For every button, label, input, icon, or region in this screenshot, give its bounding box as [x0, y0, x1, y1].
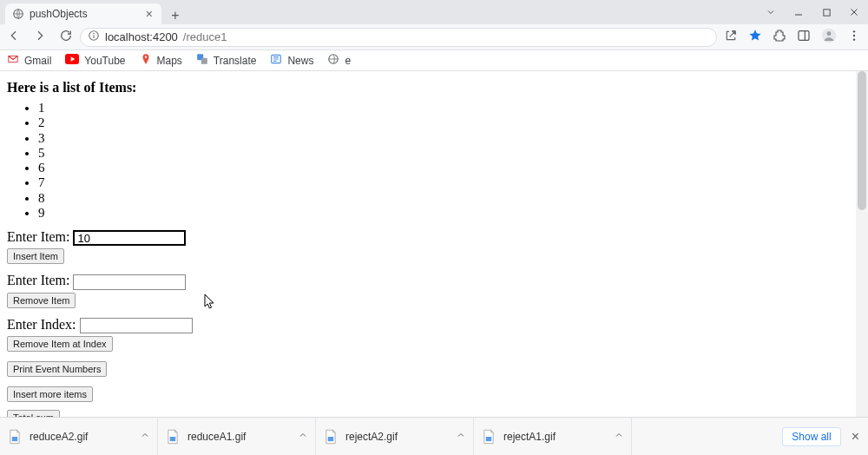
viewport: Here is a list of Items: 1 2 3 5 6 7 8 9… — [0, 71, 868, 417]
file-icon — [481, 429, 496, 445]
bookmark-youtube[interactable]: YouTube — [65, 54, 125, 67]
youtube-icon — [65, 54, 79, 67]
list-item: 7 — [38, 175, 861, 190]
list-item: 6 — [38, 161, 861, 175]
gmail-icon — [7, 53, 19, 68]
download-item[interactable]: reduceA1.gif — [158, 418, 316, 456]
chevron-up-icon[interactable] — [140, 430, 150, 443]
svg-point-8 — [853, 34, 855, 36]
enter-index-label: Enter Index: — [7, 317, 76, 332]
close-tab-icon[interactable]: × — [146, 8, 153, 20]
window-controls — [757, 0, 868, 24]
share-icon[interactable] — [724, 29, 738, 46]
globe-icon — [12, 8, 24, 20]
downloads-shelf: reduceA2.gif reduceA1.gif rejectA2.gif r… — [0, 417, 868, 455]
svg-rect-17 — [170, 437, 175, 441]
total-sum-button[interactable]: Total sum — [7, 410, 60, 417]
bookmark-e[interactable]: e — [327, 53, 351, 68]
enter-index-input[interactable] — [80, 318, 193, 333]
download-filename: rejectA1.gif — [503, 431, 556, 443]
globe-icon — [327, 53, 339, 68]
download-item[interactable]: reduceA2.gif — [0, 418, 158, 456]
address-bar: localhost:4200/reduce1 — [0, 24, 868, 50]
caret-down-icon[interactable] — [757, 0, 785, 24]
back-button[interactable] — [7, 29, 21, 46]
svg-rect-13 — [201, 58, 207, 64]
svg-point-7 — [853, 30, 855, 32]
enter-item-input-2[interactable] — [73, 274, 186, 290]
chevron-up-icon[interactable] — [456, 430, 466, 443]
browser-window: pushObjects × + localhost:4200/reduce1 — [0, 0, 868, 455]
site-info-icon[interactable] — [88, 30, 100, 44]
close-window-button[interactable] — [840, 0, 868, 24]
svg-rect-18 — [328, 437, 333, 441]
translate-icon — [196, 53, 208, 68]
insert-item-button[interactable]: Insert Item — [7, 248, 64, 264]
url-path: /reduce1 — [183, 30, 227, 43]
bookmark-star-icon[interactable] — [748, 29, 762, 46]
list-item: 2 — [38, 115, 861, 130]
enter-item-label-1: Enter Item: — [7, 229, 69, 244]
svg-rect-4 — [799, 30, 809, 40]
list-item: 8 — [38, 191, 861, 206]
url-input[interactable]: localhost:4200/reduce1 — [80, 28, 717, 47]
url-host: localhost:4200 — [105, 30, 178, 43]
download-filename: reduceA1.gif — [187, 431, 246, 443]
news-icon — [270, 53, 282, 68]
svg-rect-1 — [823, 9, 829, 15]
vertical-scrollbar[interactable] — [856, 71, 868, 417]
items-list: 1 2 3 5 6 7 8 9 — [7, 101, 861, 221]
tab-active[interactable]: pushObjects × — [5, 3, 161, 24]
download-item[interactable]: rejectA2.gif — [316, 418, 474, 456]
forward-button[interactable] — [33, 29, 47, 46]
scrollbar-thumb[interactable] — [858, 71, 866, 210]
close-shelf-button[interactable]: × — [852, 429, 859, 445]
maximize-button[interactable] — [812, 0, 840, 24]
bookmark-news[interactable]: News — [270, 53, 313, 68]
minimize-button[interactable] — [785, 0, 812, 24]
remove-item-button[interactable]: Remove Item — [7, 293, 76, 308]
maps-icon — [140, 53, 152, 68]
enter-item-label-2: Enter Item: — [7, 273, 69, 287]
svg-rect-16 — [12, 437, 17, 441]
download-filename: rejectA2.gif — [345, 431, 398, 443]
extensions-icon[interactable] — [773, 29, 786, 46]
svg-point-11 — [144, 56, 146, 58]
bookmark-gmail[interactable]: Gmail — [7, 53, 51, 68]
svg-rect-19 — [486, 437, 491, 441]
svg-point-6 — [827, 31, 832, 36]
show-all-downloads-button[interactable]: Show all — [782, 427, 840, 446]
chevron-up-icon[interactable] — [614, 430, 624, 443]
bookmark-maps[interactable]: Maps — [140, 53, 182, 68]
chevron-up-icon[interactable] — [298, 430, 308, 443]
download-filename: reduceA2.gif — [30, 431, 88, 443]
insert-more-items-button[interactable]: Insert more items — [7, 386, 93, 402]
tab-strip: pushObjects × + — [0, 0, 868, 24]
download-item[interactable]: rejectA1.gif — [474, 418, 632, 456]
tab-title: pushObjects — [30, 8, 88, 20]
new-tab-button[interactable]: + — [167, 7, 184, 24]
page-heading: Here is a list of Items: — [7, 80, 861, 96]
bookmarks-bar: Gmail YouTube Maps Translate News e — [0, 50, 868, 71]
sidepanel-icon[interactable] — [797, 29, 811, 46]
kebab-menu-icon[interactable] — [847, 29, 861, 46]
profile-icon[interactable] — [821, 28, 837, 47]
file-icon — [165, 429, 181, 445]
reload-button[interactable] — [59, 29, 73, 46]
list-item: 9 — [38, 206, 861, 221]
svg-point-3 — [93, 33, 95, 35]
list-item: 5 — [38, 146, 861, 161]
svg-point-9 — [853, 38, 855, 40]
list-item: 1 — [38, 101, 861, 115]
list-item: 3 — [38, 131, 861, 146]
file-icon — [7, 429, 23, 445]
remove-item-at-index-button[interactable]: Remove Item at Index — [7, 336, 113, 352]
print-event-numbers-button[interactable]: Print Event Numbers — [7, 361, 107, 377]
bookmark-translate[interactable]: Translate — [196, 53, 257, 68]
page-content: Here is a list of Items: 1 2 3 5 6 7 8 9… — [0, 71, 868, 417]
file-icon — [323, 429, 339, 445]
enter-item-input-1[interactable] — [73, 230, 186, 246]
